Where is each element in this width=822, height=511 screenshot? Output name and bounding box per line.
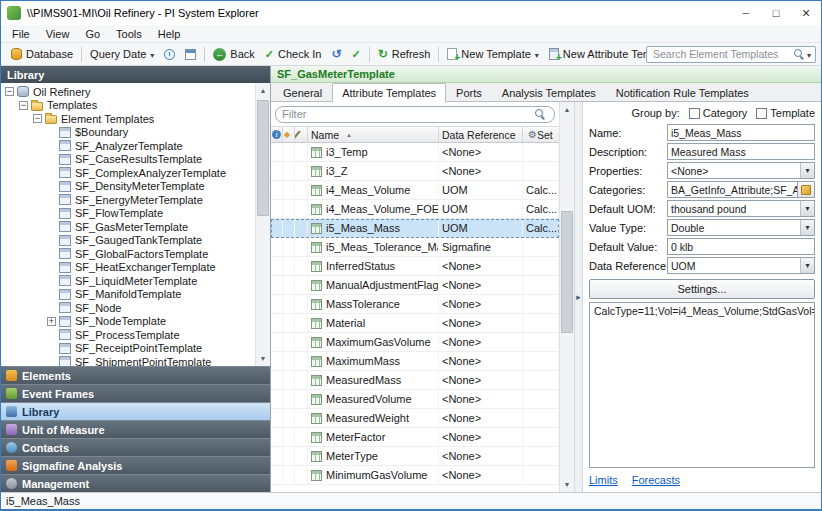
attribute-row[interactable]: MeasuredVolume<None> (271, 390, 559, 409)
menu-tools[interactable]: Tools (108, 25, 150, 42)
menu-file[interactable]: File (4, 25, 38, 42)
attribute-row[interactable]: ManualAdjustmentFlag<None> (271, 276, 559, 295)
dropdown-arrow-icon[interactable] (800, 258, 814, 273)
tree-item-sf-node[interactable]: SF_Node (1, 301, 255, 315)
search-dropdown-arrow-icon[interactable] (807, 48, 811, 60)
expand-icon[interactable] (47, 317, 56, 326)
dropdown-arrow-icon[interactable] (800, 201, 814, 216)
attribute-row[interactable]: MinimumGasVolume<None> (271, 466, 559, 485)
new-template-button[interactable]: New Template (442, 45, 544, 64)
dropdown-arrow-icon[interactable] (800, 163, 814, 178)
pencil-column-icon[interactable] (295, 127, 308, 142)
tree-item-sf-gaugedtanktemplate[interactable]: SF_GaugedTankTemplate (1, 234, 255, 248)
attribute-row[interactable]: MaximumMass<None> (271, 352, 559, 371)
info-column-icon[interactable] (271, 127, 283, 142)
tab-general[interactable]: General (273, 84, 332, 101)
template-checkbox[interactable] (756, 108, 767, 119)
field-default-value-input[interactable]: 0 klb (667, 238, 815, 255)
filter-search-icon[interactable] (535, 109, 543, 117)
nav-elements[interactable]: Elements (1, 366, 270, 384)
attribute-row[interactable]: MeasuredMass<None> (271, 371, 559, 390)
scroll-down-icon[interactable] (560, 477, 574, 492)
tree-item-sf-processtemplate[interactable]: SF_ProcessTemplate (1, 328, 255, 342)
attribute-row[interactable]: i5_Meas_MassUOMCalc... (271, 219, 559, 238)
collapse-icon[interactable] (5, 87, 14, 96)
field-default-uom-input[interactable]: thousand pound (667, 200, 815, 217)
refresh-button[interactable]: Refresh (373, 45, 436, 64)
tree-item-sf-analyzertemplate[interactable]: SF_AnalyzerTemplate (1, 139, 255, 153)
attribute-row[interactable]: InferredStatus<None> (271, 257, 559, 276)
check-in-button[interactable]: Check In (260, 45, 327, 64)
tree-item-sf-gasmetertemplate[interactable]: SF_GasMeterTemplate (1, 220, 255, 234)
attribute-row[interactable]: Material<None> (271, 314, 559, 333)
tab-attribute-templates[interactable]: Attribute Templates (332, 83, 446, 102)
filter-input[interactable]: Filter (275, 106, 555, 123)
tree-item-element-templates[interactable]: Element Templates (1, 112, 255, 126)
tree-item-sf-nodetemplate[interactable]: SF_NodeTemplate (1, 315, 255, 329)
attribute-row[interactable]: MeasuredWeight<None> (271, 409, 559, 428)
search-element-templates-box[interactable]: Search Element Templates (646, 46, 816, 63)
field-value-type-input[interactable]: Double (667, 219, 815, 236)
tree-item-boundary[interactable]: $Boundary (1, 126, 255, 140)
field-categories-input[interactable]: BA_GetInfo_Attribute;SF_AnalysisI (667, 181, 798, 198)
collapse-icon[interactable] (33, 114, 42, 123)
category-checkbox[interactable] (689, 108, 700, 119)
tree-item-sf-densitymetertemplate[interactable]: SF_DensityMeterTemplate (1, 180, 255, 194)
nav-library[interactable]: Library (1, 402, 270, 420)
column-header-settings[interactable]: Set (523, 127, 559, 142)
menu-view[interactable]: View (38, 25, 78, 42)
tree-item-templates[interactable]: Templates (1, 99, 255, 113)
attribute-row[interactable]: i4_Meas_Volume_FOEUOMCalc... (271, 200, 559, 219)
tree-item-sf-liquidmetertemplate[interactable]: SF_LiquidMeterTemplate (1, 274, 255, 288)
link-forecasts[interactable]: Forecasts (632, 474, 680, 486)
tree-scrollbar[interactable] (255, 83, 270, 366)
column-header-name[interactable]: Name (308, 127, 439, 142)
link-limits[interactable]: Limits (589, 474, 618, 486)
maximize-icon[interactable] (761, 1, 791, 25)
close-icon[interactable] (791, 1, 821, 25)
menu-go[interactable]: Go (77, 25, 108, 42)
tree-item-sf-caseresultstemplate[interactable]: SF_CaseResultsTemplate (1, 153, 255, 167)
attribute-row[interactable]: i5_Meas_Tolerance_MassSigmafine (271, 238, 559, 257)
minimize-icon[interactable] (731, 1, 761, 25)
scroll-up-icon[interactable] (560, 102, 574, 117)
nav-event-frames[interactable]: Event Frames (1, 384, 270, 402)
categories-browse-button[interactable] (798, 181, 815, 198)
nav-contacts[interactable]: Contacts (1, 438, 270, 456)
column-header-data-reference[interactable]: Data Reference (439, 127, 523, 142)
field-description-input[interactable]: Measured Mass (667, 143, 815, 160)
tree-item-oil-refinery[interactable]: Oil Refinery (1, 85, 255, 99)
field-properties-input[interactable]: <None> (667, 162, 815, 179)
nav-management[interactable]: Management (1, 474, 270, 492)
attribute-row[interactable]: i4_Meas_VolumeUOMCalc... (271, 181, 559, 200)
tab-ports[interactable]: Ports (446, 84, 492, 101)
tree-item-sf-energymetertemplate[interactable]: SF_EnergyMeterTemplate (1, 193, 255, 207)
attribute-row[interactable]: MaximumGasVolume<None> (271, 333, 559, 352)
tree-item-sf-receiptpointtemplate[interactable]: SF_ReceiptPointTemplate (1, 342, 255, 356)
time-range-button[interactable] (180, 45, 201, 64)
attribute-row[interactable]: i3_Z<None> (271, 162, 559, 181)
time-button[interactable] (159, 45, 180, 64)
tree-item-sf-heatexchangertemplate[interactable]: SF_HeatExchangerTemplate (1, 261, 255, 275)
data-reference-config[interactable]: CalcType=11;Vol=i4_Meas_Volume;StdGasVol… (589, 302, 815, 468)
tree-item-sf-flowtemplate[interactable]: SF_FlowTemplate (1, 207, 255, 221)
tree-item-sf-globalfactorstemplate[interactable]: SF_GlobalFactorsTemplate (1, 247, 255, 261)
field-data-reference-input[interactable]: UOM (667, 257, 815, 274)
search-icon[interactable] (794, 49, 802, 57)
attribute-row[interactable]: MeterFactor<None> (271, 428, 559, 447)
tab-analysis-templates[interactable]: Analysis Templates (492, 84, 606, 101)
tree-item-sf-complexanalyzertemplate[interactable]: SF_ComplexAnalyzerTemplate (1, 166, 255, 180)
undo-checkout-button[interactable] (326, 45, 346, 64)
nav-sigmafine-analysis[interactable]: Sigmafine Analysis (1, 456, 270, 474)
attribute-row[interactable]: MeterType<None> (271, 447, 559, 466)
scrollbar-thumb[interactable] (561, 211, 573, 333)
diamond-column-icon[interactable] (283, 127, 295, 142)
menu-help[interactable]: Help (150, 25, 189, 42)
back-button[interactable]: Back (208, 45, 259, 64)
settings-button[interactable]: Settings... (589, 279, 815, 299)
nav-unit-of-measure[interactable]: Unit of Measure (1, 420, 270, 438)
tab-notification-rule-templates[interactable]: Notification Rule Templates (606, 84, 759, 101)
grid-scrollbar[interactable] (559, 102, 574, 492)
attribute-row[interactable]: i3_Temp<None> (271, 143, 559, 162)
dropdown-arrow-icon[interactable] (800, 220, 814, 235)
